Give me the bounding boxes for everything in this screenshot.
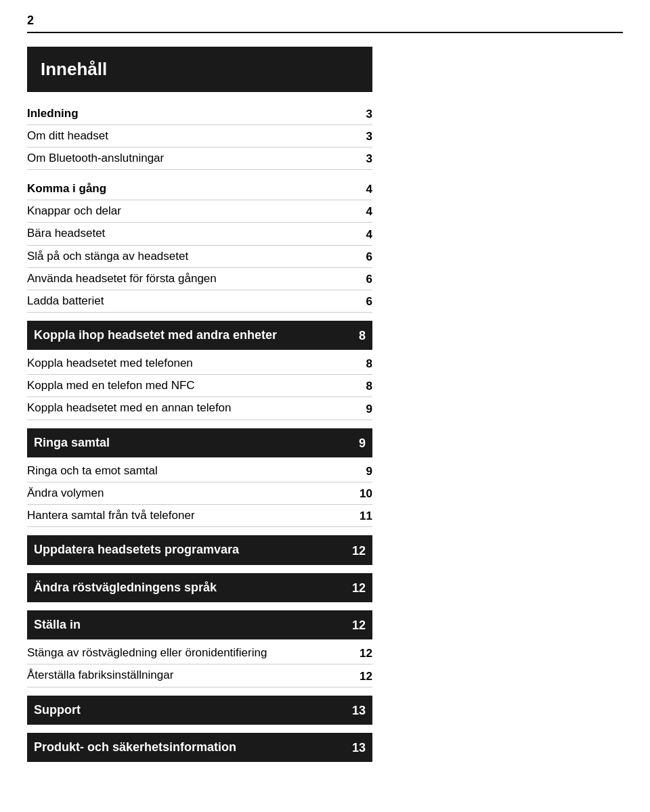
toc-label-produkt: Produkt- och säkerhetsinformation [34,740,345,755]
toc-label-bara: Bära headsetet [27,226,352,241]
toc-label-hantera: Hantera samtal från två telefoner [27,508,352,523]
toc-label-stalla-in: Ställa in [34,617,345,633]
toc-row-om-ditt-headset: Om ditt headset 3 [27,125,372,148]
toc-label-andra-volym: Ändra volymen [27,486,352,501]
toc-page-koppla-telefon: 8 [352,357,372,371]
toc-block-support: Support 13 [27,696,623,725]
toc-page-bara: 4 [352,228,372,242]
toc-row-nfc: Koppla med en telefon med NFC 8 [27,375,372,397]
toc-row-om-bluetooth: Om Bluetooth-anslutningar 3 [27,148,372,170]
toc-row-ladda: Ladda batteriet 6 [27,290,372,313]
toc-label-stanga-av-rost: Stänga av röstvägledning eller öronident… [27,646,352,660]
toc-row-uppdatera: Uppdatera headsetets programvara 12 [27,535,372,564]
toc-row-support: Support 13 [27,696,372,725]
toc-block-inledning: Inledning 3 Om ditt headset 3 Om Bluetoo… [27,103,623,170]
toc-page-andra-rost: 12 [345,581,366,595]
toc-page-nfc: 8 [352,380,372,393]
toc-label-ringa-emot: Ringa och ta emot samtal [27,464,352,478]
toc-page-komma-i-gang: 4 [352,183,372,196]
toc-label-uppdatera: Uppdatera headsetets programvara [34,542,345,558]
toc-page-hantera: 11 [352,510,372,523]
toc-row-stalla-in: Ställa in 12 [27,610,372,639]
toc-label-koppla-telefon: Koppla headsetet med telefonen [27,356,352,371]
toc-row-knappar: Knappar och delar 4 [27,200,372,223]
toc-label-om-bluetooth: Om Bluetooth-anslutningar [27,151,352,166]
toc-page-produkt: 13 [345,741,366,755]
toc-row-hantera: Hantera samtal från två telefoner 11 [27,505,372,527]
toc-row-sla-pa: Slå på och stänga av headsetet 6 [27,246,372,268]
toc-page-om-ditt-headset: 3 [352,130,372,143]
toc-row-bara: Bära headsetet 4 [27,223,372,245]
toc-block-komma-i-gang: Komma i gång 4 Knappar och delar 4 Bära … [27,178,623,313]
toc-page-stanga-av-rost: 12 [352,647,372,660]
toc-row-inledning: Inledning 3 [27,103,372,125]
toc-label-andra-rost: Ändra röstvägledningens språk [34,580,345,595]
toc-label-om-ditt-headset: Om ditt headset [27,129,352,143]
toc-row-stanga-av-rost: Stänga av röstvägledning eller öronident… [27,642,372,664]
toc-title: Innehåll [27,47,372,92]
toc-row-ringa: Ringa samtal 9 [27,428,372,457]
toc-label-sla-pa: Slå på och stänga av headsetet [27,249,352,264]
toc-page-uppdatera: 12 [345,544,366,558]
toc-label-inledning: Inledning [27,106,352,121]
toc-label-komma-i-gang: Komma i gång [27,181,352,196]
toc-block-andra-rost: Ändra röstvägledningens språk 12 [27,573,623,602]
toc-page-om-bluetooth: 3 [352,152,372,166]
toc-label-aterstalla: Återställa fabriksinställningar [27,668,352,683]
toc-page-koppla-ihop: 8 [345,329,366,343]
page-number: 2 [27,14,623,33]
toc-row-ringa-emot: Ringa och ta emot samtal 9 [27,460,372,482]
toc-page-ladda: 6 [352,295,372,309]
toc-page-annan-telefon: 9 [352,403,372,416]
toc-row-koppla-ihop: Koppla ihop headsetet med andra enheter … [27,321,372,350]
toc-row-andra-rost: Ändra röstvägledningens språk 12 [27,573,372,602]
toc-page-ringa-emot: 9 [352,465,372,478]
toc-row-annan-telefon: Koppla headsetet med en annan telefon 9 [27,397,372,420]
toc-label-ringa: Ringa samtal [34,435,345,451]
page-container: 2 Innehåll Inledning 3 Om ditt headset 3… [0,0,650,812]
toc-page-support: 13 [345,704,366,718]
toc-label-koppla-ihop: Koppla ihop headsetet med andra enheter [34,328,345,343]
toc-block-ringa: Ringa samtal 9 Ringa och ta emot samtal … [27,428,623,528]
toc-label-annan-telefon: Koppla headsetet med en annan telefon [27,401,352,415]
toc-block-produkt: Produkt- och säkerhetsinformation 13 [27,733,623,762]
toc-label-anvanda: Använda headsetet för första gången [27,271,352,286]
toc-row-komma-i-gang: Komma i gång 4 [27,178,372,200]
toc-page-anvanda: 6 [352,273,372,286]
toc-label-ladda: Ladda batteriet [27,294,352,309]
toc-label-support: Support [34,702,345,718]
toc-row-koppla-telefon: Koppla headsetet med telefonen 8 [27,353,372,375]
toc-row-aterstalla: Återställa fabriksinställningar 12 [27,664,372,687]
toc-label-nfc: Koppla med en telefon med NFC [27,378,352,393]
toc-row-produkt: Produkt- och säkerhetsinformation 13 [27,733,372,762]
toc-page-stalla-in: 12 [345,618,366,633]
toc-page-andra-volym: 10 [352,487,372,501]
toc-page-knappar: 4 [352,205,372,219]
toc-row-andra-volym: Ändra volymen 10 [27,482,372,505]
toc-page-inledning: 3 [352,108,372,121]
toc-block-stalla-in: Ställa in 12 Stänga av röstvägledning el… [27,610,623,687]
toc-block-uppdatera: Uppdatera headsetets programvara 12 [27,535,623,564]
toc-page-sla-pa: 6 [352,250,372,264]
toc-row-anvanda: Använda headsetet för första gången 6 [27,268,372,290]
toc-block-koppla-ihop: Koppla ihop headsetet med andra enheter … [27,321,623,420]
toc-page-aterstalla: 12 [352,670,372,683]
toc-label-knappar: Knappar och delar [27,204,352,219]
toc-page-ringa: 9 [345,436,366,451]
